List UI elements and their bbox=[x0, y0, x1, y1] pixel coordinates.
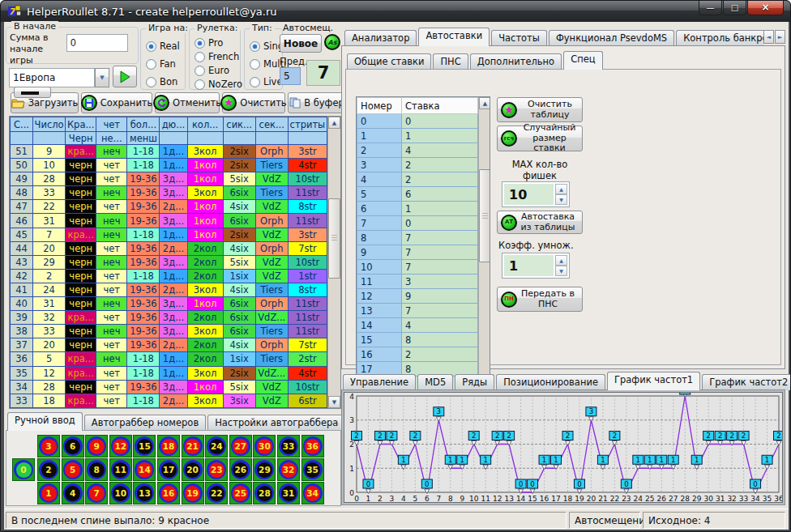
spin-cell[interactable]: черн bbox=[66, 159, 96, 172]
pad-number-27[interactable]: 27 bbox=[229, 435, 252, 458]
spin-cell[interactable]: 19-36 bbox=[127, 380, 160, 394]
bet-number-cell[interactable]: 4 bbox=[357, 172, 402, 187]
pad-number-11[interactable]: 11 bbox=[109, 458, 132, 481]
spin-cell[interactable]: неч bbox=[96, 325, 127, 338]
spin-cell[interactable]: 3д... bbox=[160, 186, 187, 200]
pad-number-32[interactable]: 32 bbox=[277, 458, 300, 481]
tab-freq-chart2[interactable]: График частот2 bbox=[702, 374, 791, 390]
bet-table-scrollbar[interactable]: ▲ ▼ bbox=[478, 97, 490, 394]
pad-number-28[interactable]: 28 bbox=[253, 482, 276, 504]
spin-cell[interactable]: 4str bbox=[288, 159, 327, 172]
bet-number-cell[interactable]: 16 bbox=[357, 347, 402, 362]
column-header[interactable]: стриты bbox=[288, 117, 327, 132]
tab-autobets[interactable]: Автоставки bbox=[418, 28, 490, 46]
bet-number-cell[interactable]: 5 bbox=[357, 187, 402, 202]
column-header[interactable]: кол... bbox=[187, 117, 223, 132]
spin-cell[interactable]: 1д... bbox=[160, 352, 187, 366]
bet-value-cell[interactable]: 9 bbox=[402, 289, 478, 304]
spin-cell[interactable]: 36 bbox=[11, 352, 33, 366]
bet-value-cell[interactable]: 7 bbox=[402, 231, 478, 245]
column-header[interactable]: сик... bbox=[223, 117, 255, 132]
spin-cell[interactable]: 35 bbox=[11, 366, 33, 380]
spin-cell[interactable]: 19-36 bbox=[127, 283, 160, 296]
scroll-up-icon[interactable]: ▲ bbox=[328, 117, 340, 129]
spin-cell[interactable]: 3д... bbox=[160, 172, 187, 186]
spin-cell[interactable]: 18 bbox=[33, 394, 66, 407]
spin-cell[interactable]: Tiers bbox=[255, 325, 288, 338]
spin-cell[interactable]: 2six bbox=[223, 228, 255, 241]
spin-cell[interactable]: 11str bbox=[288, 325, 327, 338]
spin-cell[interactable]: 29 bbox=[33, 255, 66, 269]
bet-value-cell[interactable]: 7 bbox=[402, 245, 478, 260]
copy-button[interactable]: В буфер bbox=[288, 92, 346, 113]
bet-column-header[interactable]: Ставка bbox=[402, 98, 478, 114]
spin-cell[interactable]: 5 bbox=[33, 352, 66, 366]
spin-cell[interactable]: VdZ... bbox=[255, 311, 288, 325]
bet-number-cell[interactable]: 6 bbox=[357, 202, 402, 216]
pad-number-7[interactable]: 7 bbox=[85, 482, 108, 504]
column-header[interactable]: сек... bbox=[255, 117, 288, 132]
pad-number-29[interactable]: 29 bbox=[253, 458, 276, 481]
spin-cell[interactable]: 5six bbox=[223, 172, 255, 186]
spin-cell[interactable]: 19-36 bbox=[127, 214, 160, 228]
tab-rows[interactable]: Ряды bbox=[455, 374, 494, 390]
spin-cell[interactable]: Orph bbox=[255, 297, 288, 311]
pad-number-17[interactable]: 17 bbox=[157, 458, 180, 481]
spin-cell[interactable]: чет bbox=[96, 172, 127, 186]
spin-cell[interactable]: 33 bbox=[33, 186, 66, 200]
spin-cell[interactable]: 4six bbox=[223, 338, 255, 352]
pad-number-6[interactable]: 6 bbox=[62, 435, 84, 458]
column-header[interactable]: Число bbox=[33, 117, 66, 132]
spin-cell[interactable]: 1six bbox=[223, 269, 255, 283]
spin-cell[interactable]: чет bbox=[96, 311, 127, 325]
spin-cell[interactable]: 41 bbox=[11, 283, 33, 296]
bet-number-cell[interactable]: 12 bbox=[357, 289, 402, 304]
subtab-special[interactable]: Спец bbox=[563, 51, 602, 70]
spin-cell[interactable]: 2д... bbox=[160, 241, 187, 255]
spin-cell[interactable]: VdZ bbox=[255, 172, 288, 186]
radio-roulette-nozero[interactable]: NoZero bbox=[195, 79, 242, 90]
radio-roulette-euro[interactable]: Euro bbox=[195, 65, 229, 76]
column-header[interactable]: чет bbox=[96, 117, 127, 132]
spin-cell[interactable]: черн bbox=[66, 269, 96, 283]
spin-cell[interactable]: 1д... bbox=[160, 366, 187, 380]
pad-number-30[interactable]: 30 bbox=[253, 435, 276, 458]
spin-cell[interactable]: 6six bbox=[223, 325, 255, 338]
spin-cell[interactable]: 1-18 bbox=[127, 228, 160, 241]
spin-cell[interactable]: 1six bbox=[223, 352, 255, 366]
tab-md5[interactable]: MD5 bbox=[417, 374, 453, 390]
bet-value-cell[interactable]: 1 bbox=[402, 129, 478, 143]
spin-cell[interactable]: 1кол bbox=[187, 200, 223, 214]
spin-cell[interactable]: 12 bbox=[33, 366, 66, 380]
spin-cell[interactable]: 2кол bbox=[187, 338, 223, 352]
spin-cell[interactable]: 4six bbox=[223, 241, 255, 255]
spin-cell[interactable]: 33 bbox=[33, 325, 66, 338]
spin-cell[interactable]: 6six bbox=[223, 214, 255, 228]
spin-cell[interactable]: 10str bbox=[288, 255, 327, 269]
tab-bankroll-control[interactable]: Контроль банкролла bbox=[676, 30, 764, 46]
spin-table-scrollbar[interactable]: ▲ ▼ bbox=[327, 117, 340, 408]
spin-cell[interactable]: 3д... bbox=[160, 255, 187, 269]
spin-cell[interactable]: неч bbox=[96, 297, 127, 311]
spin-cell[interactable]: 1кол bbox=[187, 214, 223, 228]
spin-cell[interactable]: черн bbox=[66, 214, 96, 228]
spin-cell[interactable]: кра... bbox=[66, 145, 96, 159]
spin-cell[interactable]: 2 bbox=[33, 269, 66, 283]
dropdown-arrow-icon[interactable]: ▼ bbox=[95, 68, 109, 87]
undo-button[interactable]: Отменить bbox=[155, 92, 220, 113]
spin-cell[interactable]: 49 bbox=[11, 172, 33, 186]
bet-value-cell[interactable]: 4 bbox=[402, 318, 478, 333]
spin-cell[interactable]: 10str bbox=[288, 380, 327, 394]
spin-cell[interactable]: Orph bbox=[255, 145, 288, 159]
bet-column-header[interactable]: Номер bbox=[357, 98, 402, 114]
spin-cell[interactable]: кра... bbox=[66, 352, 96, 366]
spin-cell[interactable]: 3кол bbox=[187, 145, 223, 159]
spin-cell[interactable]: 2кол bbox=[187, 241, 223, 255]
spin-cell[interactable]: 2кол bbox=[187, 352, 223, 366]
bet-number-cell[interactable]: 10 bbox=[357, 260, 402, 275]
pad-number-2[interactable]: 2 bbox=[37, 458, 60, 481]
spin-cell[interactable]: неч bbox=[96, 352, 127, 366]
pad-number-18[interactable]: 18 bbox=[157, 435, 180, 458]
tab-number-autograbber[interactable]: Автограббер номеров bbox=[84, 415, 206, 431]
spin-cell[interactable]: 38 bbox=[11, 325, 33, 338]
